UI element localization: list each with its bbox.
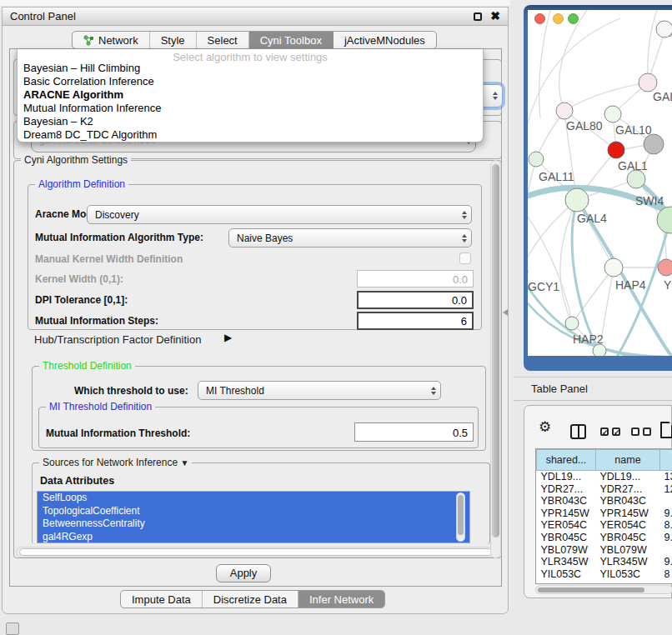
splitter-handle-icon[interactable] <box>503 309 508 316</box>
data-attribute-item[interactable]: TopologicalCoefficient <box>38 505 469 518</box>
tab-impute-data[interactable]: Impute Data <box>121 591 203 608</box>
mi-steps-field[interactable] <box>357 312 474 330</box>
kernel-width-field[interactable] <box>357 270 474 288</box>
columns-icon[interactable] <box>570 424 586 439</box>
table-cell: YIL053C <box>596 568 660 581</box>
table-panel-titlebar[interactable]: Table Panel <box>514 377 672 401</box>
collapse-arrow-icon[interactable]: ▼ <box>180 458 188 468</box>
table-cell: 12 <box>660 483 672 496</box>
data-attributes-list[interactable]: SelfLoopsTopologicalCoefficientBetweenne… <box>37 491 470 543</box>
network-edge[interactable] <box>648 10 657 82</box>
network-view-window[interactable]: GALGAL80GAL10GAL1GAL11SWI4GAL4GCY1HAP4YH… <box>524 5 672 371</box>
table-row[interactable]: YDR27...YDR27...12 <box>537 483 672 496</box>
table-row[interactable]: YIL053CYIL053C8 <box>537 568 672 581</box>
network-edge[interactable] <box>528 18 620 123</box>
dropdown-prompt: Select algorithm to view settings <box>18 49 483 62</box>
table-cell: YBR045C <box>596 532 660 544</box>
algorithm-option[interactable]: Bayesian – Hill Climbing <box>18 62 483 75</box>
network-edge[interactable] <box>559 10 587 111</box>
control-panel-titlebar[interactable]: Control Panel ✖ <box>3 8 508 26</box>
manual-kernel-checkbox[interactable] <box>459 252 471 264</box>
node-label: GAL1 <box>618 159 648 172</box>
table-horizontal-scrollbar[interactable] <box>535 585 672 594</box>
mi-steps-label: Mutual Information Steps: <box>35 315 158 327</box>
algorithm-option[interactable]: Bayesian – K2 <box>18 115 483 128</box>
which-threshold-label: Which threshold to use: <box>74 385 188 397</box>
network-node[interactable] <box>656 21 672 38</box>
tab-infer-network[interactable]: Infer Network <box>298 591 384 608</box>
network-node[interactable] <box>593 344 606 356</box>
collapsed-panel-icon[interactable] <box>6 622 19 635</box>
table-cell: 13 <box>660 471 672 483</box>
tab-cyni-toolbox[interactable]: Cyni Toolbox <box>249 32 333 48</box>
tab-network[interactable]: Network <box>73 32 150 48</box>
expand-arrow-icon[interactable]: ▶ <box>224 332 232 343</box>
aracne-mode-combo[interactable]: Discovery <box>87 205 472 224</box>
network-node[interactable] <box>604 106 621 122</box>
column-header[interactable]: A <box>660 450 672 471</box>
tab-jactivemnodules[interactable]: jActiveMNodules <box>333 32 436 48</box>
network-node[interactable] <box>565 188 589 212</box>
export-table-icon[interactable] <box>660 422 672 438</box>
table-row[interactable]: YBR045CYBR045C9. <box>537 532 672 544</box>
table-row[interactable]: YDL19...YDL19...13 <box>537 471 672 483</box>
network-node[interactable] <box>644 134 664 154</box>
mi-threshold-definition-group: MI Threshold Definition Mutual Informati… <box>38 407 479 448</box>
network-node[interactable] <box>565 317 579 330</box>
data-attribute-item[interactable]: gal4RGexp <box>38 531 469 543</box>
algorithm-option[interactable]: ARACNE Algorithm <box>18 88 483 102</box>
table-row[interactable]: YBR043CYBR043C <box>537 495 672 508</box>
settings-vertical-scrollbar[interactable] <box>490 160 501 558</box>
network-canvas[interactable]: GALGAL80GAL10GAL1GAL11SWI4GAL4GCY1HAP4YH… <box>528 10 672 356</box>
tab-discretize-data[interactable]: Discretize Data <box>203 591 298 608</box>
which-threshold-combo[interactable]: MI Threshold <box>198 381 441 400</box>
deselect-all-checkboxes-icon[interactable] <box>631 428 651 436</box>
table-row[interactable]: YER054CYER054C8. <box>537 519 672 532</box>
dpi-tolerance-field[interactable] <box>357 291 474 309</box>
hub-section-label: Hub/Transcription Factor Definition <box>34 333 201 346</box>
kernel-width-label: Kernel Width (0,1): <box>35 273 123 285</box>
table-cell: YER054C <box>596 519 660 532</box>
data-attributes-label: Data Attributes <box>40 475 114 487</box>
network-edge[interactable] <box>539 10 551 118</box>
column-header[interactable]: name <box>596 450 660 471</box>
data-attribute-item[interactable]: SelfLoops <box>38 492 469 505</box>
network-node[interactable] <box>604 258 623 277</box>
node-label: GCY1 <box>528 280 559 293</box>
dropdown-item-list: Bayesian – Hill ClimbingBasic Correlatio… <box>18 62 483 142</box>
network-node[interactable] <box>657 207 672 233</box>
close-icon[interactable]: ✖ <box>490 9 500 22</box>
table-row[interactable]: YPR145WYPR145W9. <box>537 508 672 520</box>
apply-button[interactable]: Apply <box>216 564 271 582</box>
network-node[interactable] <box>627 170 645 188</box>
network-node[interactable] <box>658 259 672 276</box>
mi-threshold-field[interactable] <box>354 422 474 442</box>
algorithm-option[interactable]: Basic Correlation Inference <box>18 75 483 88</box>
algorithm-dropdown-popup: Select algorithm to view settings Bayesi… <box>17 49 484 142</box>
select-all-checkboxes-icon[interactable]: ✓✓ <box>600 428 620 436</box>
table-row[interactable]: YBL079WYBL079W <box>537 544 672 557</box>
combo-stepper-icon <box>462 234 467 242</box>
tab-select[interactable]: Select <box>197 32 249 48</box>
network-node[interactable] <box>639 73 657 92</box>
algorithm-definition-group: Algorithm Definition Aracne Mode: Discov… <box>28 184 482 330</box>
network-node[interactable] <box>556 102 573 119</box>
algorithm-option[interactable]: Dream8 DC_TDC Algorithm <box>18 128 483 142</box>
table-cell: YBL079W <box>596 544 660 557</box>
node-label: GAL10 <box>615 123 652 137</box>
network-node[interactable] <box>529 152 544 167</box>
column-header[interactable]: shared... <box>537 450 596 471</box>
node-label: GAL80 <box>566 119 603 132</box>
network-node[interactable] <box>608 142 624 158</box>
settings-horizontal-scrollbar[interactable] <box>16 547 498 558</box>
table-cell: 9. <box>660 556 672 568</box>
float-window-icon[interactable] <box>474 12 482 21</box>
algorithm-option[interactable]: Mutual Information Inference <box>18 102 483 115</box>
table-row[interactable]: YLR345WYLR345W9. <box>537 556 672 568</box>
data-attribute-item[interactable]: BetweennessCentrality <box>38 518 469 531</box>
network-edge[interactable] <box>564 82 648 111</box>
tab-style[interactable]: Style <box>150 32 197 48</box>
mi-type-combo[interactable]: Naive Bayes <box>228 228 472 248</box>
list-vertical-scrollbar[interactable] <box>456 492 465 542</box>
gear-icon[interactable]: ⚙ <box>539 420 551 434</box>
